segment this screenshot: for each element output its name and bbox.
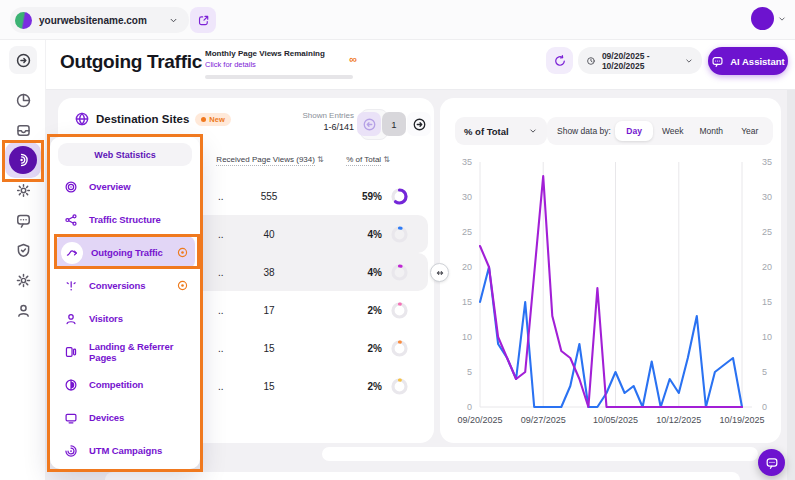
app-window: yourwebsitename.com Outgoing Traffic Mon…: [0, 0, 795, 480]
statistics-icon: [15, 92, 32, 109]
inbox-icon: [15, 122, 32, 139]
panel-resize-handle[interactable]: [430, 263, 449, 282]
svg-text:10/05/2025: 10/05/2025: [593, 415, 638, 425]
svg-text:20: 20: [462, 262, 472, 272]
overview-icon: [61, 177, 81, 197]
chevron-down-icon: [528, 126, 538, 136]
expand-sidebar-icon: [15, 52, 32, 69]
website-name: yourwebsitename.com: [39, 15, 147, 26]
clock-icon: [586, 55, 596, 67]
current-page[interactable]: 1: [382, 112, 406, 136]
shown-entries: Shown Entries 1-6/141: [302, 111, 354, 132]
percent-donut: [390, 187, 409, 206]
svg-text:35: 35: [762, 157, 772, 167]
pct-of-total: 4%: [328, 267, 382, 278]
period-option-day[interactable]: Day: [615, 121, 654, 141]
user-menu[interactable]: [751, 7, 787, 30]
scrollbar[interactable]: [787, 90, 795, 480]
sort-icon: ⇅: [317, 155, 324, 164]
rail-item-security[interactable]: [9, 236, 37, 264]
chevron-down-icon: [684, 55, 694, 67]
chat-bubble-icon: [711, 55, 724, 68]
menu-item-utm-campaigns[interactable]: UTM Campaigns: [55, 434, 195, 467]
svg-text:0: 0: [467, 402, 472, 412]
rail-item-inbox[interactable]: [9, 116, 37, 144]
menu-item-label: Outgoing Traffic: [91, 247, 163, 258]
svg-text:09/27/2025: 09/27/2025: [521, 415, 566, 425]
menu-item-landing-referrer-pages[interactable]: Landing & Referrer Pages: [55, 335, 195, 368]
menu-item-conversions[interactable]: Conversions: [55, 269, 195, 302]
metric-selector[interactable]: % of Total: [455, 117, 547, 145]
refresh-icon: [553, 54, 567, 68]
received-page-views: 40: [210, 229, 328, 240]
percent-donut: [390, 263, 409, 282]
prev-page-button[interactable]: [357, 112, 381, 136]
menu-item-traffic-structure[interactable]: Traffic Structure: [55, 203, 195, 236]
period-switcher: Show data by: DayWeekMonthYear: [547, 117, 773, 145]
svg-text:10: 10: [462, 332, 472, 342]
rail-item-expand-sidebar[interactable]: [9, 46, 37, 74]
svg-text:10: 10: [762, 332, 772, 342]
outgoing-traffic-icon: [9, 146, 37, 174]
new-badge: New: [195, 113, 230, 126]
menu-item-outgoing-traffic[interactable]: Outgoing Traffic: [55, 236, 195, 269]
web-statistics-menu: Web Statistics OverviewTraffic Structure…: [50, 137, 200, 469]
show-data-by-label: Show data by:: [557, 126, 611, 136]
rail-item-goals[interactable]: [9, 176, 37, 204]
utm-campaigns-icon: [61, 441, 81, 461]
ai-assistant-button[interactable]: AI Assistant: [708, 47, 788, 75]
quota-details-link[interactable]: Click for details: [205, 60, 355, 69]
svg-text:20: 20: [762, 262, 772, 272]
period-option-year[interactable]: Year: [730, 121, 769, 141]
svg-text:09/20/2025: 09/20/2025: [457, 415, 502, 425]
period-option-month[interactable]: Month: [692, 121, 731, 141]
next-page-button[interactable]: [407, 112, 431, 136]
arrow-left-circle-icon: [362, 117, 377, 132]
support-chat-button[interactable]: [758, 449, 785, 476]
account-icon: [15, 302, 32, 319]
menu-item-competition[interactable]: Competition: [55, 368, 195, 401]
rail-item-settings[interactable]: [9, 266, 37, 294]
security-icon: [15, 242, 32, 259]
quota-widget: Monthly Page Views Remaining Click for d…: [205, 49, 355, 79]
svg-text:25: 25: [462, 227, 472, 237]
chart-series-blue-line: [480, 267, 742, 407]
goals-icon: [15, 182, 32, 199]
menu-item-label: UTM Campaigns: [89, 445, 162, 456]
website-logo: [15, 12, 32, 29]
pct-of-total: 2%: [328, 305, 382, 316]
open-website-button[interactable]: [190, 7, 216, 33]
svg-text:35: 35: [462, 157, 472, 167]
refresh-button[interactable]: [546, 47, 573, 74]
resize-horizontal-icon: [434, 267, 446, 279]
column-pct-of-total[interactable]: % of Total⇅: [334, 155, 402, 164]
column-received-page-views[interactable]: Received Page Views (934)⇅: [208, 155, 332, 164]
visitors-icon: [61, 309, 81, 329]
external-link-icon: [197, 14, 210, 27]
menu-item-devices[interactable]: Devices: [55, 401, 195, 434]
received-page-views: 38: [210, 267, 328, 278]
received-page-views: 17: [210, 305, 328, 316]
svg-text:25: 25: [762, 227, 772, 237]
svg-text:5: 5: [467, 367, 472, 377]
menu-item-visitors[interactable]: Visitors: [55, 302, 195, 335]
menu-item-overview[interactable]: Overview: [55, 170, 195, 203]
pct-of-total: 4%: [328, 229, 382, 240]
period-option-week[interactable]: Week: [653, 121, 692, 141]
line-chart: 09/20/202509/27/202510/05/202510/12/2025…: [440, 98, 781, 443]
quota-label: Monthly Page Views Remaining: [205, 49, 355, 58]
svg-text:15: 15: [762, 297, 772, 307]
sort-icon: ⇅: [383, 155, 390, 164]
page-header: Outgoing Traffic Monthly Page Views Rema…: [46, 40, 795, 90]
svg-text:10/12/2025: 10/12/2025: [656, 415, 701, 425]
target-flag-icon: [176, 246, 189, 259]
chevron-down-icon: [777, 14, 787, 24]
date-range-picker[interactable]: 09/20/2025 - 10/20/2025: [578, 47, 702, 74]
rail-item-outgoing-traffic[interactable]: [5, 142, 41, 178]
menu-header: Web Statistics: [58, 143, 192, 166]
panel-title: Destination Sites: [96, 113, 189, 125]
website-selector[interactable]: yourwebsitename.com: [10, 7, 189, 33]
rail-item-statistics[interactable]: [9, 86, 37, 114]
rail-item-account[interactable]: [9, 296, 37, 324]
rail-item-messages[interactable]: [9, 206, 37, 234]
